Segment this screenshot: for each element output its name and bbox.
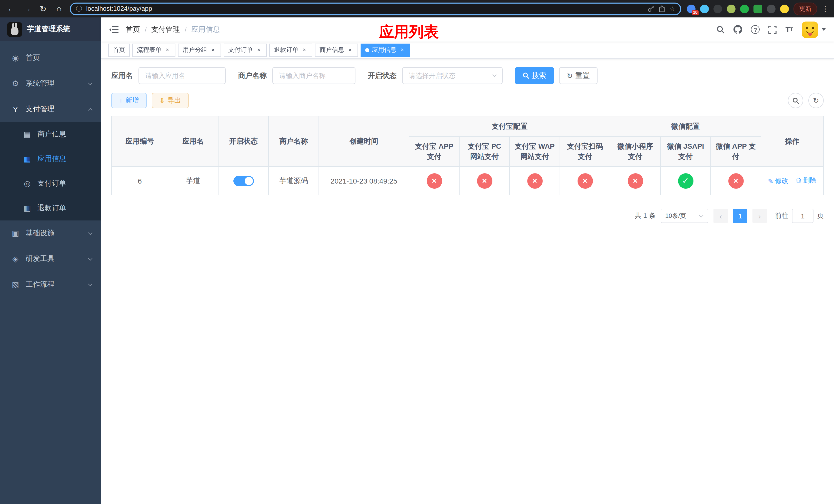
search-icon — [792, 97, 799, 104]
main-area: 首页 / 支付管理 / 应用信息 应用列表 — [101, 18, 834, 504]
site-info-icon[interactable]: ⓘ — [76, 4, 82, 13]
next-page-button[interactable]: › — [752, 209, 767, 223]
trash-icon — [795, 177, 802, 184]
browser-menu-icon[interactable]: ⋮ — [822, 5, 828, 13]
close-icon[interactable]: × — [256, 47, 262, 53]
extension-icon[interactable] — [714, 4, 722, 13]
sidebar-collapse-icon[interactable] — [109, 25, 118, 33]
search-icon[interactable] — [717, 25, 725, 33]
browser-home-icon[interactable]: ⌂ — [54, 4, 64, 13]
cell-alipay-qr: × — [560, 166, 610, 195]
tab-payment-orders[interactable]: 支付订单 × — [224, 43, 267, 56]
chevron-down-icon — [822, 28, 826, 31]
close-icon[interactable]: × — [347, 47, 353, 53]
extension-icon[interactable] — [740, 4, 749, 13]
extension-icon[interactable] — [767, 4, 775, 13]
edit-label: 修改 — [775, 177, 788, 186]
toggle-search-button[interactable] — [788, 93, 803, 108]
add-button-label: 新增 — [126, 96, 139, 105]
page-size-select[interactable]: 10条/页 — [661, 209, 708, 223]
refresh-icon: ↻ — [567, 71, 573, 80]
chevron-down-icon — [88, 256, 93, 260]
app-name-input[interactable] — [138, 67, 226, 84]
page-content: 应用名 商户名称 开启状态 请选择开启状态 — [101, 59, 834, 504]
extension-icon[interactable] — [727, 4, 736, 13]
close-icon[interactable]: × — [399, 47, 406, 53]
extension-icon[interactable]: 10 — [687, 4, 696, 13]
sidebar-item-home[interactable]: ◉ 首页 — [0, 45, 101, 71]
app-table: 应用编号 应用名 开启状态 商户名称 创建时间 支付宝配置 微信配置 操作 支付… — [111, 116, 824, 196]
refresh-icon: ↻ — [813, 96, 819, 105]
user-menu[interactable] — [802, 21, 826, 38]
sidebar-item-system[interactable]: ⚙ 系统管理 — [0, 71, 101, 96]
reset-button[interactable]: ↻ 重置 — [559, 67, 597, 84]
goto-page-input[interactable] — [792, 209, 813, 223]
breadcrumb-home[interactable]: 首页 — [126, 25, 140, 34]
chevron-up-icon — [88, 108, 93, 113]
export-button[interactable]: ⇩ 导出 — [152, 93, 189, 108]
page-number-button[interactable]: 1 — [733, 209, 747, 223]
status-select[interactable]: 请选择开启状态 — [402, 67, 503, 84]
extension-icon[interactable] — [753, 4, 762, 13]
cross-icon: × — [728, 173, 744, 188]
search-button-label: 搜索 — [532, 71, 546, 80]
tab-refund-orders[interactable]: 退款订单 × — [269, 43, 312, 56]
tab-merchant-info[interactable]: 商户信息 × — [315, 43, 358, 56]
tab-app-info[interactable]: 应用信息 × — [360, 43, 410, 56]
cell-merchant-name: 芋道源码 — [268, 166, 319, 195]
browser-update-button[interactable]: 更新 — [793, 2, 817, 15]
chevron-down-icon — [88, 282, 93, 286]
tab-home[interactable]: 首页 — [108, 43, 130, 56]
cell-alipay-pc: × — [459, 166, 510, 195]
user-avatar[interactable] — [802, 21, 818, 38]
status-toggle[interactable] — [233, 176, 254, 186]
tags-view: 首页 流程表单 × 用户分组 × 支付订单 × 退款订单 × — [101, 42, 834, 59]
delete-link[interactable]: 删除 — [795, 176, 816, 185]
address-bar[interactable]: ⓘ localhost:1024/pay/app ☆ — [70, 2, 681, 15]
plus-icon: + — [119, 97, 123, 104]
sidebar-item-payment[interactable]: ¥ 支付管理 — [0, 96, 101, 122]
search-button[interactable]: 搜索 — [515, 67, 554, 84]
merchant-name-input[interactable] — [272, 67, 355, 84]
help-icon[interactable]: ? — [751, 25, 760, 34]
tab-user-group[interactable]: 用户分组 × — [178, 43, 221, 56]
sidebar-logo[interactable]: 芋道管理系统 — [0, 18, 101, 41]
add-button[interactable]: + 新增 — [111, 93, 147, 108]
extension-icon[interactable] — [700, 4, 709, 13]
sidebar-item-app-info[interactable]: ▦ 应用信息 — [0, 147, 101, 171]
sidebar: 芋道管理系统 ◉ 首页 ⚙ 系统管理 ¥ 支付管理 — [0, 18, 101, 504]
edit-link[interactable]: ✎ 修改 — [768, 177, 788, 186]
workspace: 芋道管理系统 ◉ 首页 ⚙ 系统管理 ¥ 支付管理 — [0, 18, 834, 504]
browser-back-icon[interactable]: ← — [6, 4, 16, 13]
sidebar-item-dev-tools[interactable]: ◈ 研发工具 — [0, 246, 101, 272]
github-icon[interactable] — [734, 25, 743, 34]
password-key-icon[interactable] — [647, 5, 655, 12]
sidebar-item-merchant-info[interactable]: ▤ 商户信息 — [0, 122, 101, 147]
browser-reload-icon[interactable]: ↻ — [38, 4, 48, 14]
share-icon[interactable] — [659, 5, 665, 12]
browser-forward-icon[interactable]: → — [22, 4, 32, 13]
column-group-wechat: 微信配置 — [610, 116, 761, 137]
font-size-icon[interactable]: TT — [786, 26, 793, 33]
sidebar-item-refund-orders[interactable]: ▥ 退款订单 — [0, 196, 101, 221]
page-unit-label: 页 — [817, 211, 824, 221]
monitor-icon: ▣ — [11, 229, 20, 238]
sidebar-item-workflow[interactable]: ▧ 工作流程 — [0, 272, 101, 297]
close-icon[interactable]: × — [210, 47, 216, 53]
bookmark-star-icon[interactable]: ☆ — [670, 5, 675, 12]
breadcrumb-payment[interactable]: 支付管理 — [151, 25, 180, 34]
extension-icon[interactable] — [780, 4, 789, 13]
breadcrumb: 首页 / 支付管理 / 应用信息 — [126, 25, 220, 34]
fullscreen-icon[interactable] — [769, 25, 777, 33]
prev-page-button[interactable]: ‹ — [714, 209, 728, 223]
tab-process-form[interactable]: 流程表单 × — [132, 43, 175, 56]
page-size-value: 10条/页 — [665, 211, 696, 220]
refresh-table-button[interactable]: ↻ — [808, 93, 824, 108]
cross-icon: × — [426, 173, 442, 188]
close-icon[interactable]: × — [164, 47, 171, 53]
column-header: 商户名称 — [268, 116, 319, 166]
sidebar-item-infrastructure[interactable]: ▣ 基础设施 — [0, 221, 101, 246]
sidebar-item-payment-orders[interactable]: ◎ 支付订单 — [0, 171, 101, 196]
close-icon[interactable]: × — [301, 47, 308, 53]
url-text[interactable]: localhost:1024/pay/app — [86, 5, 643, 12]
